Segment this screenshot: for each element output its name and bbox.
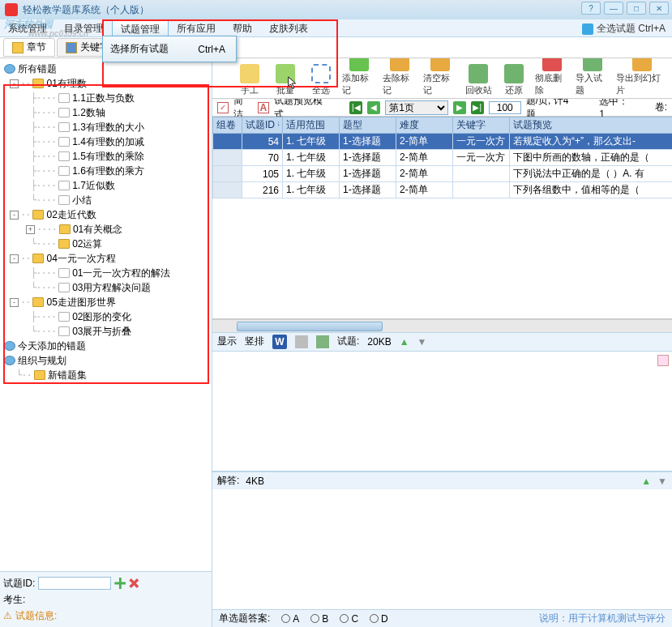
open-icon[interactable] [316, 335, 329, 348]
dropdown-menu: 选择所有试题 Ctrl+A [102, 36, 237, 62]
tree-item[interactable]: 03用方程解决问题 [72, 281, 151, 295]
clean-icon[interactable]: ✓ [217, 102, 229, 113]
add-icon[interactable] [114, 578, 126, 589]
show-label[interactable]: 显示 [217, 335, 237, 348]
tree-item[interactable]: 1.2数轴 [72, 106, 105, 120]
book-icon [58, 151, 70, 161]
dropdown-select-all[interactable]: 选择所有试题 Ctrl+A [105, 39, 233, 59]
mode-icon[interactable]: A [258, 102, 269, 113]
toolbar-restore[interactable]: 还原 [499, 64, 529, 96]
question-id-input[interactable] [38, 577, 111, 590]
page-select[interactable]: 第1页 [385, 100, 448, 115]
menu-help[interactable]: 帮助 [225, 19, 261, 36]
left-tabs: 章节 关键字 [0, 37, 672, 58]
tree-item[interactable]: 1.1正数与负数 [72, 92, 135, 105]
table-row[interactable]: 701. 七年级1-选择题2-简单一元一次方下图中所画的数轴，正确的是（ [213, 150, 673, 166]
folder-icon [34, 370, 45, 380]
col-scope[interactable]: 适用范围 [283, 117, 340, 134]
down-icon[interactable]: ▼ [657, 476, 667, 487]
menu-skins[interactable]: 皮肤列表 [261, 19, 317, 36]
book-icon [58, 122, 70, 132]
tree-item[interactable]: 1.6有理数的乘方 [72, 164, 144, 178]
toolbar: 手工 批量 全选 添加标记 去除标记 清空标记 回收站 还原 彻底删除 导入试题… [212, 58, 672, 99]
vertical-label[interactable]: 竖排 [245, 335, 264, 348]
minimize-button[interactable]: — [604, 2, 623, 15]
toolbar-addmark[interactable]: 添加标记 [342, 58, 376, 96]
opt-d[interactable]: D [370, 613, 388, 625]
table-row[interactable]: 1051. 七年级1-选择题2-简单下列说法中正确的是（ ）A. 有 [213, 166, 673, 182]
col-type[interactable]: 题型 [340, 117, 396, 134]
tree-item[interactable]: 01有关概念 [73, 223, 122, 237]
tree-root[interactable]: 所有错题 [18, 62, 57, 76]
expand-icon[interactable]: + [26, 225, 35, 234]
tree-view[interactable]: 所有错题 -··01有理数 ├····1.1正数与负数 ├····1.2数轴 ├… [0, 58, 212, 571]
table-row[interactable]: 541. 七年级1-选择题2-简单一元一次方若规定收入为“+”，那么支出- [213, 134, 673, 150]
toolbar-delete[interactable]: 彻底删除 [535, 58, 569, 96]
tree-item[interactable]: 01有理数 [46, 77, 86, 91]
left-bottom-panel: 试题ID: 考生: ⚠试题信息: [0, 571, 212, 627]
tree-item[interactable]: 1.7近似数 [72, 179, 115, 193]
answer-size: 4KB [246, 476, 264, 487]
book-icon [58, 181, 70, 190]
tree-plan[interactable]: 组织与规划 [18, 354, 66, 368]
tab-chapter[interactable]: 章节 [3, 38, 55, 57]
maximize-button[interactable]: □ [627, 2, 646, 15]
tree-item[interactable]: 1.4有理数的加减 [72, 135, 144, 149]
up-icon[interactable]: ▲ [641, 476, 651, 487]
expand-icon[interactable]: - [10, 298, 19, 307]
answer-choice-label: 单选题答案: [219, 612, 270, 625]
menu-apps[interactable]: 所有应用 [169, 19, 225, 36]
tree-item[interactable]: 05走进图形世界 [46, 296, 115, 309]
menu-questions[interactable]: 试题管理 [112, 19, 169, 36]
col-id[interactable]: 试题ID↓ [242, 117, 283, 134]
tree-item[interactable]: 01一元一次方程的解法 [72, 267, 170, 280]
col-preview[interactable]: 试题预览 [510, 117, 673, 134]
expand-icon[interactable]: - [10, 79, 19, 88]
opt-c[interactable]: C [340, 613, 358, 625]
tree-item[interactable]: 小结 [72, 194, 92, 207]
menu-system[interactable]: 系统管理 [0, 19, 56, 36]
h-scrollbar[interactable] [212, 319, 672, 332]
save-icon[interactable] [295, 335, 308, 348]
toolbar-clearmark[interactable]: 清空标记 [423, 58, 457, 96]
tree-item[interactable]: 04一元一次方程 [46, 252, 115, 266]
close-button[interactable]: ✕ [649, 2, 669, 15]
tree-item[interactable]: 02运算 [72, 237, 102, 251]
expand-icon[interactable]: - [10, 254, 19, 263]
tree-today[interactable]: 今天添加的错题 [18, 339, 86, 353]
help-button[interactable]: ? [581, 2, 601, 15]
delete-icon[interactable] [129, 578, 139, 588]
tree-item[interactable]: 02走近代数 [46, 208, 96, 222]
tree-item[interactable]: 02图形的变化 [72, 310, 131, 324]
folder-icon [58, 239, 70, 249]
nav-first[interactable]: |◀ [349, 101, 362, 114]
cursor-icon [287, 76, 300, 91]
toolbar-selectall[interactable]: 全选 [306, 64, 336, 96]
nav-prev[interactable]: ◀ [367, 101, 380, 114]
expand-icon[interactable]: - [10, 211, 19, 220]
tree-item[interactable]: 1.5有理数的乘除 [72, 150, 144, 164]
table-row[interactable]: 2161. 七年级1-选择题2-简单下列各组数中，值相等的是（ [213, 182, 673, 198]
tile-icon[interactable] [657, 355, 669, 366]
col-diff[interactable]: 难度 [396, 117, 453, 134]
toolbar-recycle[interactable]: 回收站 [464, 64, 493, 96]
tree-item[interactable]: 1.3有理数的大小 [72, 121, 144, 134]
word-icon[interactable]: W [272, 335, 287, 349]
toolbar-manual[interactable]: 手工 [235, 64, 264, 96]
toolbar-export[interactable]: 导出到幻灯片 [616, 58, 667, 96]
col-keyword[interactable]: 关键字 [453, 117, 510, 134]
col-group[interactable]: 组卷 [213, 117, 242, 134]
down-icon[interactable]: ▼ [417, 336, 427, 348]
tree-item[interactable]: 03展开与折叠 [72, 325, 131, 339]
goto-input[interactable] [489, 101, 521, 114]
up-icon[interactable]: ▲ [400, 336, 409, 348]
opt-b[interactable]: B [310, 613, 328, 625]
toolbar-import[interactable]: 导入试题 [576, 58, 610, 96]
menu-catalog[interactable]: 目录管理 [56, 19, 112, 36]
nav-next[interactable]: ▶ [453, 101, 466, 114]
nav-last[interactable]: ▶| [471, 101, 484, 114]
toolbar-removemark[interactable]: 去除标记 [383, 58, 417, 96]
data-grid[interactable]: 组卷 试题ID↓ 适用范围 题型 难度 关键字 试题预览 541. 七年级1-选… [212, 117, 672, 198]
opt-a[interactable]: A [281, 613, 299, 625]
tree-newset[interactable]: 新错题集 [48, 369, 87, 382]
